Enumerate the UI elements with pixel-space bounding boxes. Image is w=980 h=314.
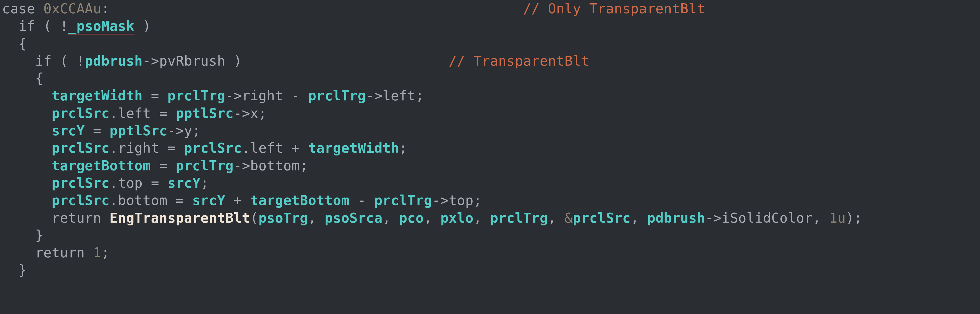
var-targetWidth: targetWidth <box>308 140 399 156</box>
var-prclSrc: prclSrc <box>52 175 110 191</box>
line-15: return 1; <box>2 245 110 260</box>
line-5: { <box>2 70 43 86</box>
addr-of: & <box>565 210 573 226</box>
line-16: } <box>2 262 27 278</box>
kw-if: if <box>35 53 52 69</box>
kw-case: case <box>2 1 35 16</box>
brace-close: } <box>19 262 27 278</box>
var-pptlSrc: pptlSrc <box>176 105 234 121</box>
line-12: prclSrc.bottom = srcY + targetBottom - p… <box>2 193 482 208</box>
code-block: case 0xCCAAu: // Only TransparentBlt if … <box>0 0 980 279</box>
comment: // Only TransparentBlt <box>523 1 705 16</box>
brace-open: { <box>35 70 43 86</box>
var-prclTrg: prclTrg <box>167 88 225 104</box>
line-10: targetBottom = prclTrg->bottom; <box>2 158 308 173</box>
line-2: if ( !_psoMask ) <box>2 18 151 35</box>
line-4: if ( !pdbrush->pvRbrush ) // Transparent… <box>2 53 589 69</box>
var-prclSrc: prclSrc <box>52 193 110 208</box>
var-targetBottom: targetBottom <box>250 193 349 208</box>
brace-open: { <box>19 36 27 51</box>
var-targetWidth: targetWidth <box>52 88 143 104</box>
hex-literal: 0xCCAAu <box>43 1 101 16</box>
member-pvRbrush: pvRbrush <box>159 53 225 69</box>
var-srcY: srcY <box>192 193 225 208</box>
var-pptlSrc: pptlSrc <box>110 123 167 139</box>
var-prclSrc: prclSrc <box>52 140 110 156</box>
colon: : <box>101 1 110 16</box>
var-prclSrc: prclSrc <box>52 105 110 121</box>
comment: // TransparentBlt <box>449 53 589 69</box>
var-prclTrg: prclTrg <box>374 193 432 208</box>
brace-close: } <box>35 228 43 243</box>
line-11: prclSrc.top = srcY; <box>2 175 209 191</box>
line-14: } <box>2 228 43 243</box>
kw-return: return <box>52 210 101 226</box>
line-3: { <box>2 36 27 51</box>
var-prclSrc: prclSrc <box>184 140 242 156</box>
kw-if: if <box>19 18 35 34</box>
var-pdbrush: pdbrush <box>85 53 143 69</box>
var-psoMask: _psoMask <box>68 18 134 35</box>
fn-EngTransparentBlt: EngTransparentBlt <box>110 210 250 226</box>
line-1: case 0xCCAAu: // Only TransparentBlt <box>2 1 705 16</box>
line-13: return EngTransparentBlt(psoTrg, psoSrca… <box>2 210 862 226</box>
var-prclTrg: prclTrg <box>176 158 234 173</box>
kw-return: return <box>35 245 85 260</box>
var-targetBottom: targetBottom <box>52 158 151 173</box>
var-srcY: srcY <box>167 175 200 191</box>
line-7: prclSrc.left = pptlSrc->x; <box>2 105 267 121</box>
line-6: targetWidth = prclTrg->right - prclTrg->… <box>2 88 424 104</box>
line-8: srcY = pptlSrc->y; <box>2 123 200 139</box>
line-9: prclSrc.right = prclSrc.left + targetWid… <box>2 140 407 156</box>
var-prclTrg: prclTrg <box>308 88 366 104</box>
var-srcY: srcY <box>52 123 85 139</box>
int-literal: 1 <box>93 245 101 260</box>
